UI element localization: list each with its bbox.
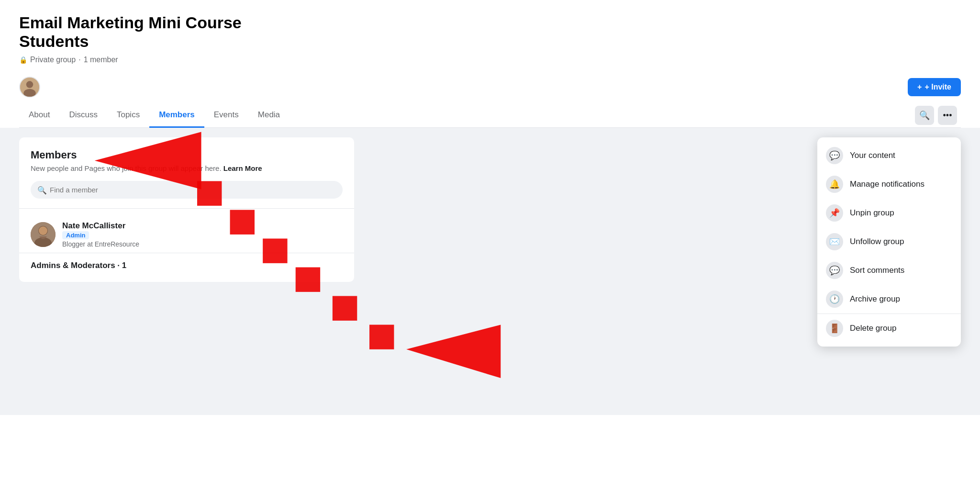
your-content-icon: 💬	[826, 147, 843, 164]
group-meta: 🔒 Private group · 1 member	[19, 56, 961, 64]
group-title: Email Marketing Mini Course Students	[19, 13, 961, 51]
dropdown-item-delete-group[interactable]: 🚪 Delete group	[817, 314, 961, 343]
divider-2	[19, 253, 354, 253]
dropdown-item-manage-notifications[interactable]: 🔔 Manage notifications	[817, 170, 961, 199]
invite-plus-icon: +	[917, 83, 922, 91]
member-badge: Admin	[62, 231, 89, 239]
delete-group-label: Delete group	[850, 324, 896, 333]
dropdown-item-unfollow-group[interactable]: ✉️ Unfollow group	[817, 227, 961, 256]
delete-group-icon: 🚪	[826, 320, 843, 337]
group-privacy: Private group	[30, 56, 76, 64]
members-panel: Members New people and Pages who join th…	[19, 137, 354, 282]
member-count: 1 member	[84, 56, 118, 64]
search-icon: 🔍	[919, 110, 930, 121]
member-item: Nate McCallister Admin Blogger at EntreR…	[31, 216, 343, 253]
search-wrapper: 🔍	[31, 181, 343, 199]
invite-label: + Invite	[924, 83, 951, 91]
tabs-left: About Discuss Topics Members Events Medi…	[19, 103, 290, 127]
tab-discuss[interactable]: Discuss	[59, 103, 107, 128]
member-info: Nate McCallister Admin Blogger at EntreR…	[62, 221, 343, 248]
sort-comments-icon: 💬	[826, 262, 843, 279]
svg-point-6	[39, 226, 47, 235]
invite-button[interactable]: + + Invite	[908, 78, 961, 96]
nav-tabs: About Discuss Topics Members Events Medi…	[19, 103, 961, 128]
divider	[19, 208, 354, 209]
your-content-label: Your content	[850, 151, 895, 160]
member-avatar	[31, 222, 56, 247]
avatar	[19, 77, 40, 98]
members-panel-title: Members	[31, 149, 343, 161]
dropdown-menu: 💬 Your content 🔔 Manage notifications 📌 …	[817, 137, 961, 347]
unpin-group-label: Unpin group	[850, 208, 894, 218]
meta-dot: ·	[78, 56, 80, 64]
unfollow-group-label: Unfollow group	[850, 237, 904, 247]
lock-icon: 🔒	[19, 56, 27, 64]
archive-group-label: Archive group	[850, 294, 900, 304]
admins-section-title: Admins & Moderators · 1	[31, 261, 343, 270]
search-button[interactable]: 🔍	[915, 106, 934, 125]
members-panel-desc: New people and Pages who join this group…	[31, 164, 343, 172]
tab-topics[interactable]: Topics	[107, 103, 149, 128]
svg-rect-13	[369, 325, 394, 349]
manage-notifications-label: Manage notifications	[850, 179, 924, 189]
dropdown-item-unpin-group[interactable]: 📌 Unpin group	[817, 199, 961, 227]
manage-notifications-icon: 🔔	[826, 176, 843, 193]
dropdown-item-archive-group[interactable]: 🕐 Archive group	[817, 285, 961, 314]
svg-point-2	[23, 89, 35, 98]
search-input[interactable]	[31, 181, 343, 199]
svg-rect-12	[333, 296, 357, 321]
tab-members[interactable]: Members	[149, 103, 204, 128]
more-options-button[interactable]: •••	[938, 106, 957, 125]
archive-group-icon: 🕐	[826, 291, 843, 308]
member-name: Nate McCallister	[62, 221, 343, 231]
ellipsis-icon: •••	[943, 111, 952, 121]
dropdown-item-sort-comments[interactable]: 💬 Sort comments	[817, 256, 961, 285]
tab-about[interactable]: About	[19, 103, 59, 128]
sort-comments-label: Sort comments	[850, 266, 904, 275]
nav-tab-icons: 🔍 •••	[915, 106, 961, 125]
member-role: Blogger at EntreResource	[62, 240, 343, 248]
group-header: Email Marketing Mini Course Students 🔒 P…	[0, 0, 980, 128]
tab-events[interactable]: Events	[204, 103, 248, 128]
svg-marker-14	[406, 325, 501, 378]
tab-media[interactable]: Media	[248, 103, 290, 128]
unfollow-group-icon: ✉️	[826, 233, 843, 250]
search-inner-icon: 🔍	[37, 185, 47, 194]
svg-point-1	[26, 81, 33, 88]
learn-more-link[interactable]: Learn More	[223, 164, 262, 172]
unpin-group-icon: 📌	[826, 204, 843, 222]
dropdown-item-your-content[interactable]: 💬 Your content	[817, 141, 961, 170]
member-row: + + Invite	[19, 72, 961, 98]
main-content: Members New people and Pages who join th…	[0, 128, 980, 415]
